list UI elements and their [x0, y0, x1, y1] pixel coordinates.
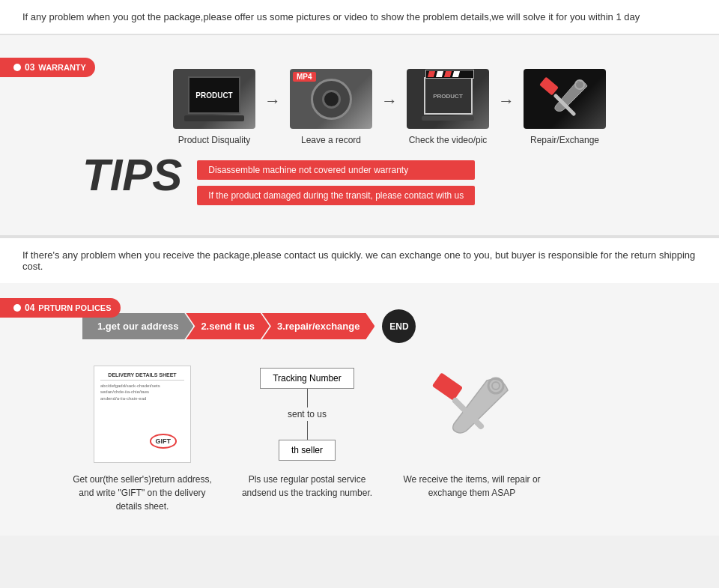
return-policy-section: 04 PRTURN POLICES 1.get our address 2.se… [0, 283, 719, 536]
top-notice-section: If any problem when you got the package,… [0, 0, 719, 35]
return-badge: 04 PRTURN POLICES [0, 298, 121, 318]
tracking-line-2 [307, 421, 308, 440]
delivery-card: DELIVERY DETAILS SHEET abc/defgadd/sack-… [67, 362, 217, 513]
delivery-visual: DELIVERY DETAILS SHEET abc/defgadd/sack-… [86, 362, 198, 467]
tracking-visual: Tracking Number sent to us th seller [251, 362, 363, 467]
step2-label: Leave a record [301, 135, 361, 145]
warranty-process-flow: PRODUCT Product Disquality → MP4 Leave a… [82, 69, 697, 145]
arrow-1: → [264, 69, 281, 111]
gift-circle: GIFT [150, 434, 178, 449]
repair-card-text: We receive the items, will repair or exc… [397, 473, 547, 500]
repair-tools-svg [427, 369, 517, 459]
tracking-sent-text: sent to us [288, 409, 327, 419]
tools-svg [535, 75, 595, 124]
arrow-icon-2: → [381, 91, 398, 111]
process-step-2: MP4 Leave a record [282, 69, 380, 145]
mp4-image: MP4 [290, 69, 372, 129]
tracking-card-text: Pls use regular postal service andsend u… [232, 473, 382, 500]
step-end: END [382, 309, 416, 343]
info-cards: DELIVERY DETAILS SHEET abc/defgadd/sack-… [67, 362, 697, 513]
step-box-2: 2.send it us [186, 313, 270, 339]
video-image: PRODUCT [407, 69, 489, 129]
tip-1: Disassemble machine not covered under wa… [197, 160, 475, 180]
tools-image [524, 69, 606, 129]
step4-label: Repair/Exchange [530, 135, 599, 145]
warranty-badge: 03 WARRANTY [0, 58, 95, 77]
mp4-badge: MP4 [293, 72, 316, 82]
tip-2: If the product damaged during the transi… [197, 186, 475, 205]
product-label-video: PRODUCT [433, 93, 463, 100]
return-notice-section: If there's any problem when you receive … [0, 237, 719, 283]
tracking-box-2: th seller [279, 440, 336, 461]
tracking-card: Tracking Number sent to us th seller Pls… [232, 362, 382, 500]
tracking-box-1: Tracking Number [260, 368, 354, 389]
return-notice-text: If there's any problem when you receive … [22, 249, 695, 272]
badge-dot [13, 64, 21, 71]
svg-rect-1 [539, 76, 559, 95]
step1-label: Product Disquality [178, 135, 251, 145]
repair-visual [416, 362, 528, 467]
product-label: PRODUCT [195, 91, 232, 100]
arrow-3: → [498, 69, 515, 111]
tracking-line-1 [307, 389, 308, 407]
product-image: PRODUCT [173, 69, 255, 129]
delivery-sheet: DELIVERY DETAILS SHEET abc/defgadd/sack-… [94, 366, 191, 463]
arrow-icon-3: → [498, 91, 515, 111]
arrow-icon-1: → [264, 91, 281, 111]
tracking-flow: Tracking Number sent to us th seller [251, 368, 363, 461]
step3-label: Check the video/pic [409, 135, 488, 145]
return-badge-dot [13, 304, 21, 312]
tips-section: TIPS Disassemble machine not covered und… [22, 153, 697, 213]
process-step-3: PRODUCT Check the video/pic [399, 69, 497, 145]
process-step-4: Repair/Exchange [516, 69, 613, 145]
arrow-2: → [381, 69, 398, 111]
delivery-sheet-title: DELIVERY DETAILS SHEET [100, 372, 184, 381]
step-box-3: 3.repair/exchange [262, 313, 375, 339]
steps-flow: 1.get our address 2.send it us 3.repair/… [82, 309, 697, 343]
repair-card: We receive the items, will repair or exc… [397, 362, 547, 500]
tips-list: Disassemble machine not covered under wa… [197, 160, 475, 205]
svg-rect-5 [432, 372, 463, 401]
tips-title: TIPS [82, 153, 182, 198]
process-step-1: PRODUCT Product Disquality [166, 69, 263, 145]
delivery-card-text: Get our(the seller's)return address, and… [67, 473, 217, 513]
warranty-section: 03 WARRANTY PRODUCT Product Disquality →… [0, 35, 719, 235]
top-notice-text: If any problem when you got the package,… [22, 11, 640, 22]
delivery-lines: abc/defgadd/sack-chadet/sets sedan/chde-… [100, 383, 184, 401]
